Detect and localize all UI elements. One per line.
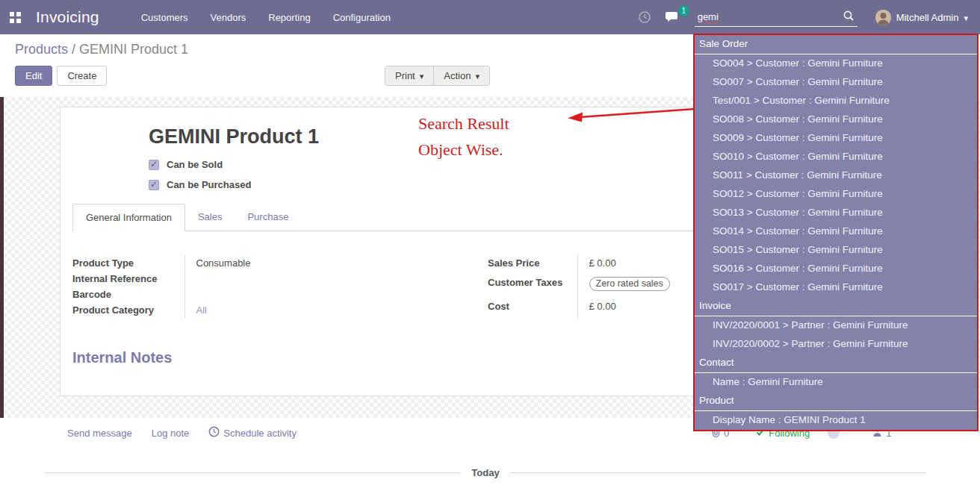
- nav-menu-customers[interactable]: Customers: [141, 12, 188, 23]
- app-title[interactable]: Invoicing: [30, 8, 105, 26]
- field-row: Barcode: [72, 287, 488, 302]
- field-row: Internal Reference: [72, 271, 488, 287]
- clock-icon: [208, 426, 220, 440]
- messages-icon[interactable]: 1: [665, 10, 681, 24]
- can-be-purchased-checkbox[interactable]: [149, 180, 159, 190]
- annotation-arrow: [562, 101, 700, 127]
- top-navbar: Invoicing Customers Vendors Reporting Co…: [0, 0, 980, 34]
- nav-menu-vendors[interactable]: Vendors: [211, 12, 246, 23]
- create-button[interactable]: Create: [57, 66, 107, 86]
- search-dropdown-groups: Sale OrderSO004 > Customer : Gemini Furn…: [695, 35, 977, 430]
- search-result-item[interactable]: SO017 > Customer : Gemini Furniture: [695, 278, 977, 297]
- field-label: Barcode: [72, 287, 184, 302]
- breadcrumb-separator: /: [68, 42, 79, 57]
- search-result-item[interactable]: SO009 > Customer : Gemini Furniture: [695, 129, 977, 148]
- search-result-item[interactable]: INV/2020/0002 > Partner : Gemini Furnitu…: [695, 335, 977, 354]
- field-row: Customer TaxesZero rated sales: [488, 275, 712, 298]
- search-result-item[interactable]: Display Name : GEMINI Product 1: [695, 411, 977, 430]
- user-avatar: [875, 10, 891, 25]
- chevron-down-icon: [420, 70, 424, 81]
- left-edge-strip: [0, 97, 4, 437]
- user-menu[interactable]: Mitchell Admin: [875, 10, 980, 25]
- today-divider: Today: [45, 467, 926, 478]
- search-input-value[interactable]: gemi: [698, 11, 843, 22]
- field-label: Customer Taxes: [488, 275, 577, 298]
- action-dropdown-button[interactable]: Action: [433, 66, 489, 85]
- search-result-item[interactable]: Test/001 > Customer : Gemini Furniture: [695, 92, 977, 110]
- search-result-item[interactable]: SO015 > Customer : Gemini Furniture: [695, 241, 977, 260]
- search-result-item[interactable]: SO011 > Customer : Gemini Furniture: [695, 166, 977, 185]
- search-input[interactable]: gemi: [695, 7, 858, 27]
- search-icon[interactable]: [843, 10, 855, 25]
- apps-menu-icon[interactable]: [0, 0, 30, 34]
- field-label: Cost: [488, 298, 577, 318]
- search-group-header: Sale Order: [695, 35, 977, 54]
- schedule-activity-button[interactable]: Schedule activity: [208, 426, 297, 440]
- field-row: Sales Price£ 0.00: [488, 255, 712, 275]
- product-category-link[interactable]: All: [196, 304, 207, 316]
- field-row: Product TypeConsumable: [72, 255, 488, 271]
- search-group-header: Contact: [695, 354, 977, 373]
- fields-right-column: Sales Price£ 0.00 Customer TaxesZero rat…: [488, 255, 712, 318]
- chevron-down-icon: [964, 12, 968, 23]
- field-row: Product CategoryAll: [72, 302, 488, 318]
- cost-value: £ 0.00: [577, 298, 712, 318]
- log-note-button[interactable]: Log note: [152, 428, 190, 439]
- activities-clock-icon[interactable]: [638, 10, 651, 24]
- search-result-item[interactable]: SO008 > Customer : Gemini Furniture: [695, 110, 977, 129]
- search-group-header: Product: [695, 392, 977, 411]
- search-result-item[interactable]: SO010 > Customer : Gemini Furniture: [695, 148, 977, 166]
- search-result-item[interactable]: SO007 > Customer : Gemini Furniture: [695, 73, 977, 92]
- chevron-down-icon: [475, 70, 480, 81]
- print-action-button-group: Print Action: [385, 66, 490, 86]
- nav-menu-reporting[interactable]: Reporting: [268, 12, 310, 23]
- field-row: Cost£ 0.00: [488, 298, 712, 318]
- internal-reference-value: [184, 271, 488, 287]
- can-be-sold-checkbox[interactable]: [149, 160, 159, 170]
- messages-badge: 1: [678, 5, 689, 16]
- breadcrumb-current: GEMINI Product 1: [79, 42, 188, 57]
- field-label: Internal Reference: [72, 271, 184, 287]
- field-label: Product Category: [72, 302, 184, 318]
- today-label: Today: [471, 467, 499, 478]
- send-message-button[interactable]: Send message: [67, 428, 132, 439]
- search-result-item[interactable]: SO004 > Customer : Gemini Furniture: [695, 54, 977, 73]
- search-group-header: Invoice: [695, 297, 977, 316]
- print-dropdown-button[interactable]: Print: [385, 66, 433, 85]
- tab-sales[interactable]: Sales: [185, 204, 235, 231]
- barcode-value: [184, 287, 488, 302]
- user-name: Mitchell Admin: [896, 12, 959, 23]
- search-result-item[interactable]: SO014 > Customer : Gemini Furniture: [695, 222, 977, 241]
- can-be-purchased-label: Can be Purchased: [167, 179, 251, 190]
- annotation-text: Search Result Object Wise.: [418, 110, 509, 163]
- search-result-item[interactable]: SO012 > Customer : Gemini Furniture: [695, 185, 977, 204]
- field-label: Sales Price: [488, 255, 577, 275]
- edit-button[interactable]: Edit: [15, 66, 52, 86]
- customer-taxes-badge: Zero rated sales: [589, 277, 670, 291]
- search-result-item[interactable]: SO013 > Customer : Gemini Furniture: [695, 204, 977, 222]
- nav-menu-configuration[interactable]: Configuration: [333, 12, 391, 23]
- breadcrumb: Products / GEMINI Product 1: [15, 42, 188, 57]
- sales-price-value: £ 0.00: [577, 255, 712, 275]
- tab-general-information[interactable]: General Information: [72, 204, 185, 231]
- can-be-sold-label: Can be Sold: [167, 159, 223, 170]
- search-dropdown: Sale OrderSO004 > Customer : Gemini Furn…: [693, 34, 979, 431]
- product-type-value: Consumable: [184, 255, 488, 271]
- search-result-item[interactable]: Name : Gemini Furniture: [695, 373, 977, 392]
- search-result-item[interactable]: INV/2020/0001 > Partner : Gemini Furnitu…: [695, 316, 977, 335]
- breadcrumb-products-link[interactable]: Products: [15, 42, 68, 57]
- search-result-item[interactable]: SO016 > Customer : Gemini Furniture: [695, 260, 977, 278]
- nav-menus: Customers Vendors Reporting Configuratio…: [141, 12, 391, 23]
- fields-left-column: Product TypeConsumable Internal Referenc…: [72, 255, 488, 318]
- field-label: Product Type: [72, 255, 184, 271]
- tab-purchase[interactable]: Purchase: [235, 204, 301, 231]
